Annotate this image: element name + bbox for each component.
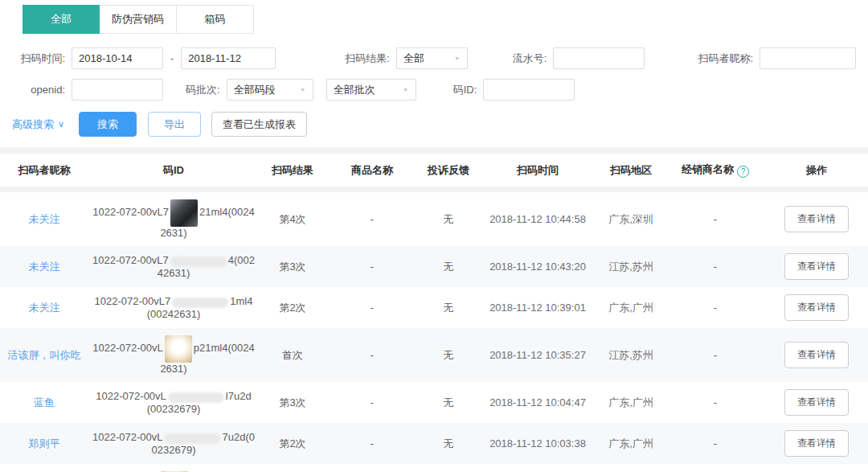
cell-distributor-name: - xyxy=(665,382,765,423)
openid-input[interactable] xyxy=(72,79,163,101)
cell-code-id: 1022-072-00vL71ml4(00242631) xyxy=(88,287,259,328)
scanner-nickname-link[interactable]: 未关注 xyxy=(29,261,60,273)
openid-label: openid: xyxy=(12,84,65,96)
view-detail-button[interactable]: 查看详情 xyxy=(784,430,849,457)
cell-scanner-nickname: 活该胖，叫你吃 xyxy=(0,328,88,382)
cell-scan-result: 第3次 xyxy=(259,382,326,423)
cell-scan-result: 第4次 xyxy=(259,190,326,247)
cell-operation: 查看详情 xyxy=(765,287,868,328)
view-detail-button[interactable]: 查看详情 xyxy=(784,253,849,280)
cell-scan-result: 首次 xyxy=(259,328,326,382)
chevron-down-icon: ▼ xyxy=(454,55,461,61)
code-mask xyxy=(170,199,198,227)
table-row: 未关注 1022-072-00vL74(00242631) 第3次 - 无 20… xyxy=(0,246,868,287)
header-distributor-name: 经销商名称? xyxy=(665,154,765,190)
scan-result-label: 扫码结果: xyxy=(345,51,390,66)
cell-scan-region: 广东,广州 xyxy=(596,382,665,423)
cell-code-id: 1022-072-00vLp21ml4(00242631) xyxy=(88,328,259,382)
table-row: 未关注 1022-072-00vL71ml4(00242631) 第2次 - 无… xyxy=(0,287,868,328)
header-scan-region: 扫码地区 xyxy=(596,154,665,190)
scan-result-select[interactable]: 全部 ▼ xyxy=(396,47,468,69)
view-detail-button[interactable]: 查看详情 xyxy=(784,342,849,368)
cell-scanner-nickname: 未关注 xyxy=(0,190,88,247)
cell-product-name: - xyxy=(326,190,418,247)
cell-code-id: 1022-072-00vLl7u2d(00232679) xyxy=(88,382,259,423)
cell-operation: 查看详情 xyxy=(765,328,868,382)
table-row: 未关注 1022-072-00vL721ml4(00242631) 第4次 - … xyxy=(0,190,868,247)
table-row: 郑则平 1022-072-00vf3sl74t3(00232671) 首次 - … xyxy=(0,464,868,472)
advanced-search-label: 高级搜索 xyxy=(12,117,54,132)
cell-operation: 查看详情 xyxy=(765,423,868,464)
cell-code-id: 1022-072-00vL721ml4(00242631) xyxy=(88,190,259,247)
header-scan-result: 扫码结果 xyxy=(259,154,326,190)
date-range-separator: - xyxy=(170,52,174,64)
search-button[interactable]: 搜索 xyxy=(79,112,137,137)
cell-scan-region: 广东,深圳 xyxy=(596,190,665,247)
header-product-name: 商品名称 xyxy=(326,154,418,190)
cell-scan-time: 2018-11-12 09:33:20 xyxy=(479,464,596,472)
cell-distributor-name: - xyxy=(665,246,765,287)
cell-product-name: - xyxy=(326,246,418,287)
header-scanner-nickname: 扫码者昵称 xyxy=(0,154,88,190)
cell-product-name: - xyxy=(326,423,418,464)
scanner-nickname-link[interactable]: 未关注 xyxy=(29,302,60,314)
cell-product-name: - xyxy=(326,328,418,382)
cell-complaint-feedback: 无 xyxy=(418,464,479,472)
cell-scanner-nickname: 蓝鱼 xyxy=(0,382,88,423)
header-scan-time: 扫码时间 xyxy=(479,154,596,190)
cell-scan-region: 广东,广州 xyxy=(596,423,665,464)
cell-scan-time: 2018-11-12 10:35:27 xyxy=(479,328,596,382)
view-generated-reports-button[interactable]: 查看已生成报表 xyxy=(211,112,307,137)
date-from-input[interactable] xyxy=(72,47,163,69)
advanced-search-link[interactable]: 高级搜索 ∨ xyxy=(12,117,64,132)
code-id-input[interactable] xyxy=(483,79,575,101)
chevron-down-icon: ▼ xyxy=(300,87,306,92)
cell-scan-result: 第3次 xyxy=(259,246,326,287)
batch-select[interactable]: 全部批次 ▼ xyxy=(326,79,416,101)
table-header-row: 扫码者昵称 码ID 扫码结果 商品名称 投诉反馈 扫码时间 扫码地区 经销商名称… xyxy=(0,154,868,190)
scan-result-value: 全部 xyxy=(403,51,424,66)
view-detail-button[interactable]: 查看详情 xyxy=(784,389,849,416)
cell-code-id: 1022-072-00vf3sl74t3(00232671) xyxy=(88,464,259,472)
code-mask xyxy=(165,335,192,363)
cell-scanner-nickname: 郑则平 xyxy=(0,464,88,472)
cell-product-name: - xyxy=(326,287,418,328)
tab-box-code[interactable]: 箱码 xyxy=(177,5,254,34)
scanner-nickname-link[interactable]: 蓝鱼 xyxy=(34,396,55,408)
cell-complaint-feedback: 无 xyxy=(418,287,479,328)
scanner-nickname-input[interactable] xyxy=(760,47,856,69)
cell-scan-time: 2018-11-12 10:03:38 xyxy=(479,423,596,464)
tab-anti-counterfeit-code[interactable]: 防伪营销码 xyxy=(100,5,177,34)
code-id-prefix: 1022-072-00vL xyxy=(92,431,162,443)
serial-number-input[interactable] xyxy=(553,47,645,69)
date-to-input[interactable] xyxy=(181,47,276,69)
code-id-prefix: 1022-072-00vL xyxy=(96,390,166,402)
chevron-down-icon: ▼ xyxy=(403,87,409,92)
tab-all[interactable]: 全部 xyxy=(23,5,100,34)
cell-code-id: 1022-072-00vL7u2d(00232679) xyxy=(88,423,259,464)
filter-row-1: 扫码时间: - 扫码结果: 全部 ▼ 流水号: 扫码者昵称: xyxy=(12,47,856,69)
cell-distributor-name: - xyxy=(665,190,765,247)
scanner-nickname-label: 扫码者昵称: xyxy=(698,51,753,66)
cell-complaint-feedback: 无 xyxy=(418,328,479,382)
scanner-nickname-link[interactable]: 郑则平 xyxy=(29,437,60,449)
filter-row-2: openid: 码批次: 全部码段 ▼ 全部批次 ▼ 码ID: xyxy=(12,79,856,101)
cell-operation: 查看详情 xyxy=(765,246,868,287)
scan-time-label: 扫码时间: xyxy=(12,51,65,66)
code-mask xyxy=(168,392,224,403)
code-mask xyxy=(170,257,227,267)
code-segment-select[interactable]: 全部码段 ▼ xyxy=(227,79,313,101)
scanner-nickname-link[interactable]: 未关注 xyxy=(29,213,60,225)
cell-scan-time: 2018-11-12 10:43:20 xyxy=(479,246,596,287)
help-icon[interactable]: ? xyxy=(737,166,749,178)
export-button[interactable]: 导出 xyxy=(148,112,201,137)
cell-scanner-nickname: 未关注 xyxy=(0,287,88,328)
cell-distributor-name: - xyxy=(665,287,765,328)
view-detail-button[interactable]: 查看详情 xyxy=(784,294,849,321)
cell-complaint-feedback: 无 xyxy=(418,246,479,287)
code-id-prefix: 1022-072-00vL7 xyxy=(95,295,171,307)
cell-scan-time: 2018-11-12 10:04:47 xyxy=(479,382,596,423)
view-detail-button[interactable]: 查看详情 xyxy=(784,206,849,232)
filter-panel: 扫码时间: - 扫码结果: 全部 ▼ 流水号: 扫码者昵称: openid: 码… xyxy=(0,47,868,137)
scanner-nickname-link[interactable]: 活该胖，叫你吃 xyxy=(8,349,81,361)
